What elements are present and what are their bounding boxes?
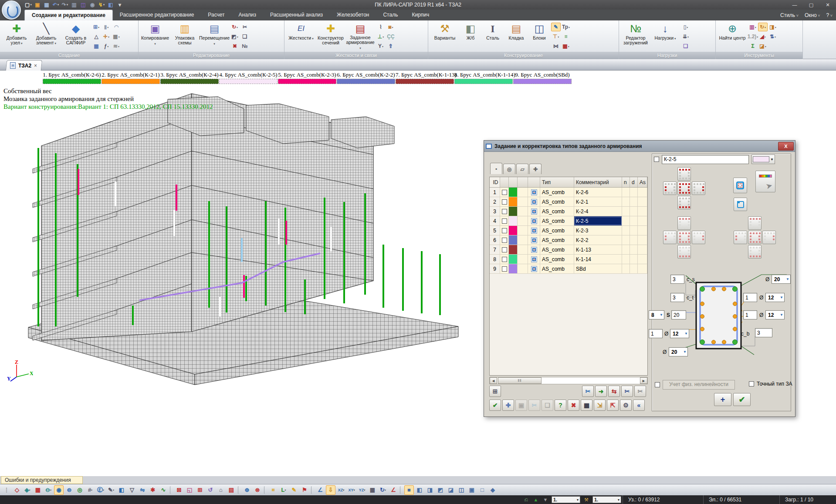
row-checkbox[interactable] (502, 228, 507, 233)
scroll-thumb[interactable]: ⦀⦀ (498, 377, 542, 384)
add-corner-bar-button[interactable] (734, 198, 747, 211)
row-color-swatch[interactable] (509, 216, 518, 225)
merge-nodes-icon[interactable]: Y (376, 42, 386, 50)
tab-rings-icon[interactable]: ◎ (503, 164, 515, 174)
pattern3-corners-button[interactable] (748, 231, 762, 244)
braces-icon[interactable]: ⋈ (551, 42, 561, 50)
tp-icon[interactable]: Тр (561, 23, 571, 31)
pattern2-right-button[interactable] (692, 231, 705, 244)
ties-icon[interactable]: ⊤ (551, 32, 561, 41)
move-button[interactable]: ▤Перемещение (200, 22, 228, 50)
save-types-button[interactable]: ▦ (581, 400, 592, 411)
copy-selection-button[interactable]: ▣ (515, 400, 527, 411)
row-color-swatch[interactable] (509, 188, 518, 197)
errors-tab[interactable]: Ошибки и предупреждения (1, 476, 83, 484)
zoom-in-icon[interactable]: ⊕ (242, 485, 252, 495)
c-b-input[interactable]: 3 (755, 328, 772, 337)
building-model[interactable] (0, 71, 484, 476)
view-xz-icon[interactable]: XZ (336, 485, 346, 495)
c-s-input[interactable]: 3 (670, 275, 684, 284)
model-canvas[interactable]: 1. Брус AS_comb(К-2-6) 2. Брус AS_comb(К… (0, 71, 836, 476)
rc-button[interactable]: ◧Ж/б (460, 22, 481, 50)
copy-place-icon[interactable]: ❏ (240, 32, 250, 41)
toolbar-handle[interactable]: ⋮ (2, 485, 11, 495)
flags-icon[interactable]: ◉ (54, 485, 64, 495)
menu-style[interactable]: Стиль (780, 12, 799, 18)
ribbon-tab[interactable]: Расширенное редактирование (113, 10, 201, 20)
projection-wire-icon[interactable]: □ (477, 485, 487, 495)
scroll-right-icon[interactable]: ► (640, 377, 647, 384)
cut-type-button[interactable]: ✂ (582, 386, 594, 397)
load-editor-button[interactable]: №Редактор загружений (622, 22, 650, 50)
rotate-copy-icon[interactable]: ↻ (230, 23, 240, 31)
document-tab-close-icon[interactable]: × (34, 63, 37, 69)
pattern2-left-button[interactable] (663, 231, 677, 244)
phys-nonlin-button[interactable]: Учет физ. нелинейности (663, 380, 735, 390)
nodes-grid-icon[interactable]: ▦ (33, 485, 43, 495)
pattern3-top-button[interactable] (748, 216, 762, 230)
remove-node-icon[interactable]: ⊖ (44, 485, 53, 495)
row-color-swatch[interactable] (509, 255, 518, 264)
right2-count-input[interactable]: 1 (743, 310, 757, 319)
steel-button[interactable]: IСталь (482, 22, 503, 50)
mesh-icon[interactable]: ✱ (148, 485, 158, 495)
tab-bars-icon[interactable]: ▪ (490, 163, 502, 174)
type-color-dropdown[interactable]: ▼ (751, 155, 775, 164)
section-ring-icon[interactable]: ◙ (386, 23, 396, 31)
lift-icon[interactable]: ⇧ (386, 42, 396, 50)
projection-iso-icon[interactable]: ■ (404, 485, 414, 495)
cut-selection-button[interactable]: ✂ (528, 400, 540, 411)
erase-fragment-icon[interactable]: ◱ (185, 485, 194, 495)
renumber-icon[interactable]: № (240, 42, 250, 50)
document-tab[interactable]: ▤ ТЗА2 × (6, 60, 43, 71)
left-dia-dropdown[interactable]: 12▼ (670, 329, 689, 338)
fxy-icon[interactable]: ƒ (102, 42, 111, 50)
add-button[interactable]: + (714, 393, 731, 406)
rotate-model-icon[interactable]: ↻ (758, 23, 768, 31)
close-button[interactable]: ✕ (819, 0, 836, 10)
pattern-top-button[interactable] (677, 167, 691, 181)
edit-reinforcement-icon[interactable]: ✎ (551, 23, 561, 31)
row-checkbox[interactable] (502, 199, 507, 205)
row-checkbox[interactable] (502, 209, 507, 214)
table-row[interactable]: 2 AS_comb К-2-1 (490, 197, 647, 207)
dialog-title-bar[interactable]: Задание и корректировка типов заданного … (484, 141, 795, 152)
blocks-button[interactable]: ◫Блоки (529, 22, 549, 50)
cc-icon[interactable]: ÇÇ (386, 32, 396, 41)
ribbon-tab[interactable]: Сталь (376, 10, 405, 20)
iso-box-icon[interactable]: ◧ (117, 485, 126, 495)
dome-icon[interactable]: ◠ (112, 23, 121, 31)
phys-nonlin-checkbox[interactable] (655, 382, 660, 387)
ribbon-tab[interactable]: Анализ (232, 10, 264, 20)
zoom-out-icon[interactable]: ⊗ (253, 485, 262, 495)
ribbon-tab[interactable]: Кирпич (405, 10, 436, 20)
variant-select[interactable]: 1.▾ (592, 496, 621, 503)
row-checkbox[interactable] (502, 266, 507, 272)
masonry-button[interactable]: ▤Кладка (505, 22, 528, 50)
sum-loads-icon[interactable]: Σ (748, 42, 758, 50)
menu-help[interactable]: ? (826, 12, 833, 18)
refresh-book-icon[interactable]: ⇋ (138, 485, 147, 495)
add-type-button[interactable]: ✚ (502, 400, 514, 411)
row-checkbox[interactable] (502, 238, 507, 243)
frame-icon[interactable]: ⌂ (216, 485, 226, 495)
c-t-input[interactable]: 3 (670, 293, 684, 302)
pack-scheme-button[interactable]: ▥Упаковка схемы (171, 22, 199, 50)
type-name-checkbox[interactable] (654, 157, 659, 162)
brush-icon[interactable]: ∿ (159, 485, 168, 495)
row-checkbox[interactable] (502, 190, 507, 195)
right2-dia-dropdown[interactable]: 12▼ (765, 310, 785, 319)
springs-icon[interactable]: ⌇ (376, 23, 386, 31)
cylinder-icon[interactable]: ▮ (102, 23, 111, 31)
bottom-dia-dropdown[interactable]: 20▼ (669, 347, 688, 356)
pattern2-bottom-button[interactable] (677, 245, 691, 259)
delete-rows-button[interactable]: ✖ (568, 400, 579, 411)
variant-hammer-icon[interactable]: ⚒ (582, 497, 591, 503)
truss-icon[interactable]: △ (91, 32, 101, 41)
mesh-plate-icon[interactable]: ▩ (112, 32, 121, 41)
row-color-swatch[interactable] (509, 207, 518, 216)
row-color-swatch[interactable] (509, 245, 518, 254)
pick-color-scale-button[interactable]: ➤ (755, 171, 775, 192)
table-hscrollbar[interactable]: ◄ ⦀⦀ ► (489, 377, 648, 384)
ef-icon[interactable]: Ⓔ (96, 485, 105, 495)
